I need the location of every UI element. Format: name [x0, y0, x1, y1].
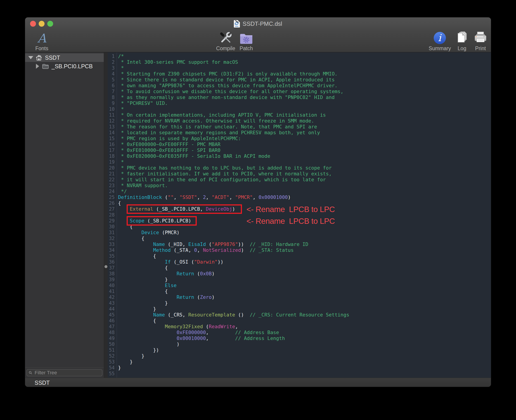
traffic-lights [30, 21, 53, 27]
code-line: 7 * To avoid confusion we disable this d… [108, 89, 491, 95]
tree-item-sb-pci0-lpcb[interactable]: _SB.PCI0.LPCB [25, 62, 104, 71]
line-number: 37 [108, 265, 117, 271]
zoom-button[interactable] [47, 21, 53, 27]
code-line: 14 * located in separate memory regions … [108, 130, 491, 136]
patch-button[interactable]: Patch [235, 31, 258, 51]
code-line: 33 Name (_HID, EisaId ("APP9876")) // _H… [108, 241, 491, 247]
compile-icon [218, 31, 233, 46]
code-line: 2 * Intel 300-series PMC support for mac… [108, 59, 491, 65]
line-number: 28 [108, 212, 117, 218]
line-number: 26 [108, 200, 117, 206]
code-line: 46 { [108, 318, 491, 324]
line-number: 45 [108, 312, 117, 318]
folder-icon [42, 63, 49, 69]
close-button[interactable] [30, 21, 36, 27]
code-line: 38 Return (0x0B) [108, 271, 491, 277]
annotation: <- Rename LPCB to LPC [246, 205, 335, 214]
line-number: 23 [108, 183, 117, 188]
log-label: Log [458, 46, 466, 51]
code-lines: 1/*2 * Intel 300-series PMC support for … [108, 53, 491, 377]
code-line: 47 Memory32Fixed (ReadWrite, [108, 324, 491, 330]
patch-icon [239, 31, 253, 46]
code-line: 50 ) [108, 341, 491, 347]
line-number: 54 [108, 365, 117, 371]
status-bar: SSDT [25, 378, 491, 387]
line-number: 4 [108, 71, 117, 77]
code-line: 32 { [108, 236, 491, 241]
line-number: 47 [108, 324, 117, 330]
disclosure-right-icon[interactable] [36, 64, 39, 69]
code-line: 20 * PMC device has nothing to do to LPC… [108, 165, 491, 171]
line-number: 42 [108, 294, 117, 300]
line-number: 7 [108, 89, 117, 95]
search-icon [29, 370, 32, 375]
fonts-label: Fonts [35, 46, 48, 51]
code-line: 3 * [108, 65, 491, 71]
line-number: 36 [108, 259, 117, 265]
line-number: 55 [108, 371, 117, 377]
disclosure-down-icon[interactable] [28, 56, 33, 59]
code-line: 4 * Starting from Z390 chipsets PMC (D31… [108, 71, 491, 77]
print-label: Print [475, 46, 486, 51]
summary-button[interactable]: i Summary [424, 31, 456, 51]
home-icon [36, 54, 42, 61]
bookmark-dot[interactable] [105, 265, 107, 268]
line-number: 25 [108, 195, 117, 200]
title-bar[interactable]: DSL SSDT-PMC.dsl [25, 17, 491, 30]
line-number: 48 [108, 330, 117, 336]
code-line: 17 * 0xFE010000~0xFE010FFF - SPI BAR0 [108, 147, 491, 153]
line-number: 40 [108, 283, 117, 288]
status-text: SSDT [35, 380, 50, 386]
compile-button[interactable]: Compile [213, 31, 238, 51]
minimize-button[interactable] [39, 21, 45, 27]
line-number: 2 [108, 59, 117, 65]
line-number: 51 [108, 347, 117, 353]
line-number: 8 [108, 95, 117, 100]
main-area: SSDT _SB.PCI0.LPCB [25, 52, 491, 378]
code-line: 19 * [108, 159, 491, 165]
code-line: 36 If (_OSI ("Darwin")) [108, 259, 491, 265]
code-line: 5 * Since there is no standard device fo… [108, 77, 491, 83]
line-number: 6 [108, 83, 117, 89]
code-line: 8 * as they normally use another non-sta… [108, 95, 491, 100]
code-line: 6 * own naming "APP9876" to access this … [108, 83, 491, 89]
code-line: 48 0xFE000000, // Address Base [108, 330, 491, 336]
code-line: 41 { [108, 288, 491, 294]
tree-item-ssdt[interactable]: SSDT [25, 53, 104, 62]
line-number: 9 [108, 100, 117, 106]
filter-tree-input[interactable] [34, 370, 100, 376]
line-number: 44 [108, 306, 117, 312]
print-button[interactable]: Print [470, 31, 491, 51]
line-number: 46 [108, 318, 117, 324]
line-number: 13 [108, 124, 117, 130]
app-window: DSL SSDT-PMC.dsl A Fonts [25, 17, 491, 387]
fonts-button[interactable]: A Fonts [30, 31, 53, 51]
line-number: 14 [108, 130, 117, 136]
line-number: 19 [108, 159, 117, 165]
code-line: 22 * it will start in the end of PCI con… [108, 177, 491, 183]
line-number: 34 [108, 247, 117, 253]
editor[interactable]: 1/*2 * Intel 300-series PMC support for … [108, 52, 491, 378]
line-number: 16 [108, 142, 117, 147]
line-number: 20 [108, 165, 117, 171]
filter-area [25, 367, 104, 378]
line-number: 11 [108, 112, 117, 118]
code-line: 52 } [108, 353, 491, 359]
line-number: 50 [108, 341, 117, 347]
log-button[interactable]: Log [452, 31, 471, 51]
code-line: 15 * PMC region is used by AppleIntelPCH… [108, 136, 491, 142]
sidebar: SSDT _SB.PCI0.LPCB [25, 52, 104, 378]
compile-label: Compile [216, 46, 235, 51]
fonts-icon: A [38, 32, 46, 45]
document-icon: DSL [234, 20, 240, 28]
line-number: 39 [108, 277, 117, 283]
line-number: 35 [108, 253, 117, 259]
line-number: 41 [108, 288, 117, 294]
line-number: 15 [108, 136, 117, 142]
code-line: 55 [108, 371, 491, 377]
code-line: 44 } [108, 306, 491, 312]
line-number: 49 [108, 336, 117, 341]
gutter-strip[interactable] [104, 52, 108, 378]
code-line: 25DefinitionBlock ("", "SSDT", 2, "ACDT"… [108, 195, 491, 200]
code-line: 35 { [108, 253, 491, 259]
